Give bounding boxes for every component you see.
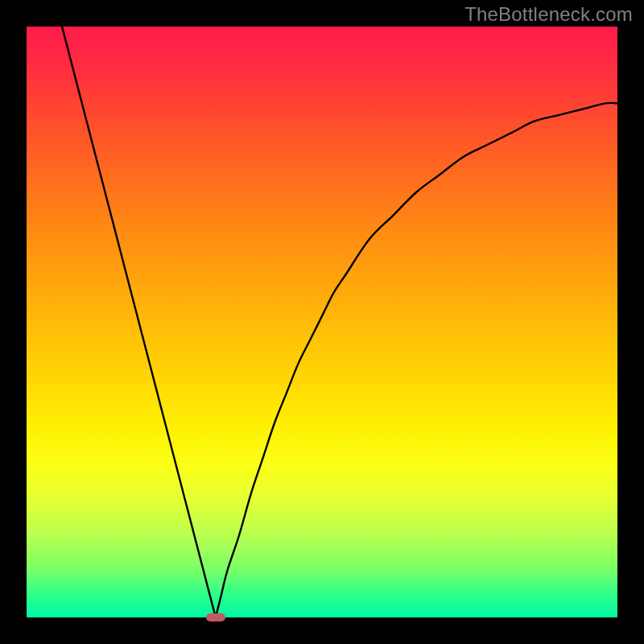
- bottleneck-curve: [62, 27, 617, 617]
- watermark-label: TheBottleneck.com: [464, 3, 633, 26]
- chart-frame: TheBottleneck.com: [0, 0, 644, 644]
- curve-svg-layer: [27, 27, 617, 617]
- minimum-marker: [206, 613, 225, 621]
